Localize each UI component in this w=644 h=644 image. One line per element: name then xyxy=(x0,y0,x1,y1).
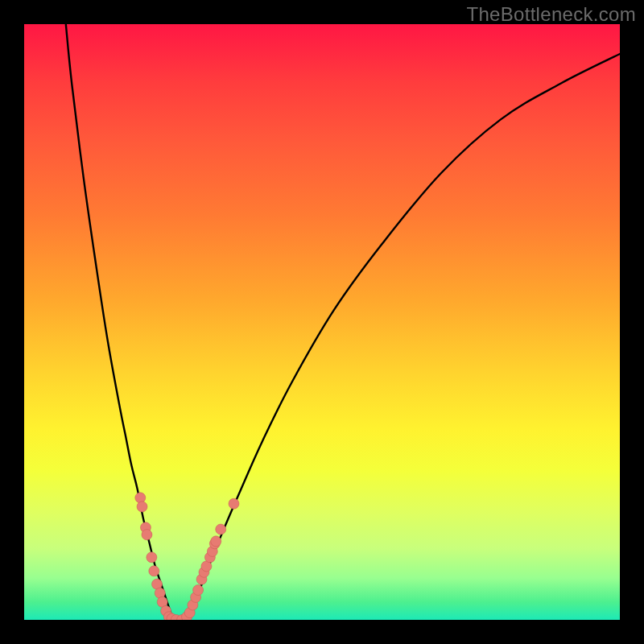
data-marker xyxy=(229,498,239,509)
data-markers xyxy=(135,493,239,620)
plot-area xyxy=(24,24,620,620)
data-marker xyxy=(142,530,152,540)
data-marker xyxy=(211,536,221,547)
data-marker xyxy=(147,552,157,563)
data-marker xyxy=(135,493,146,503)
watermark-text: TheBottleneck.com xyxy=(466,3,636,26)
chart-frame: TheBottleneck.com xyxy=(0,0,644,644)
chart-svg xyxy=(24,24,620,620)
curve-left-branch xyxy=(66,24,173,620)
data-marker xyxy=(216,524,226,535)
data-marker xyxy=(137,502,147,512)
data-marker xyxy=(193,585,204,596)
data-marker xyxy=(149,566,159,576)
curve-right-branch xyxy=(185,54,620,620)
